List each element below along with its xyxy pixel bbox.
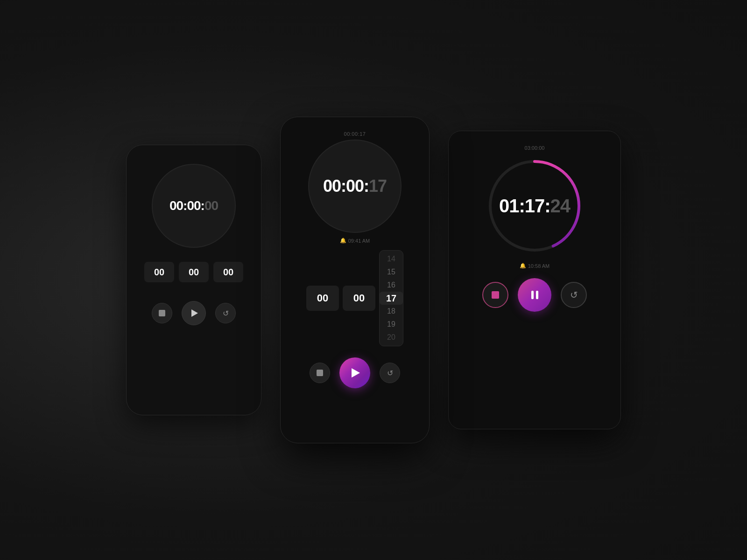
time-dim: 00	[204, 198, 218, 213]
time-dim-tablet: 24	[550, 196, 571, 216]
time-main-md: 00:00:	[323, 176, 369, 196]
time-label-top: 00:00:17	[344, 131, 366, 137]
hours-input-small[interactable]: 00	[144, 262, 174, 282]
reset-button-tablet[interactable]: ↺	[561, 282, 587, 308]
timer-time-tablet: 01:17:24	[499, 196, 570, 217]
reset-icon-tablet: ↺	[570, 289, 578, 301]
seconds-picker[interactable]: 14 15 16 17 18 19 20	[379, 250, 403, 346]
controls-tablet: ↺	[482, 278, 587, 312]
alarm-time-medium: 09:41 AM	[348, 238, 370, 244]
play-button-medium[interactable]	[339, 357, 370, 388]
number-inputs-small: 00 00 00	[144, 262, 243, 282]
picker-item-14[interactable]: 14	[380, 252, 403, 266]
seconds-input-small[interactable]: 00	[213, 262, 243, 282]
clock-time-medium: 00:00:17	[323, 176, 387, 196]
stop-button-tablet[interactable]	[482, 282, 508, 308]
stop-button-small[interactable]	[152, 303, 172, 323]
scene: 00:00:00 00 00 00 ↺ 00:00:17 00:00:17	[0, 0, 747, 560]
picker-item-19[interactable]: 19	[380, 318, 403, 331]
play-icon-medium	[352, 368, 360, 378]
pause-button-tablet[interactable]	[518, 278, 551, 312]
minutes-input-medium[interactable]: 00	[343, 286, 375, 311]
timer-circle-container: 01:17:24	[483, 154, 586, 257]
phone-medium: 00:00:17 00:00:17 🔔 09:41 AM 00 00 14 15…	[280, 117, 430, 443]
picker-item-17-selected[interactable]: 17	[380, 292, 403, 305]
reset-icon-medium: ↺	[387, 369, 393, 378]
phone-small: 00:00:00 00 00 00 ↺	[126, 145, 261, 415]
time-dim-md: 17	[369, 176, 387, 196]
picker-item-15[interactable]: 15	[380, 266, 403, 279]
total-time-label: 03:00:00	[525, 145, 545, 151]
pause-icon-tablet	[531, 291, 538, 299]
picker-item-18[interactable]: 18	[380, 305, 403, 318]
clock-circle-small: 00:00:00	[152, 164, 236, 248]
alarm-time-tablet: 10:58 AM	[528, 263, 550, 269]
number-inputs-medium: 00 00 14 15 16 17 18 19 20	[306, 250, 403, 346]
timer-inner: 01:17:24	[483, 154, 586, 257]
stop-icon-small	[159, 310, 165, 316]
play-icon-small	[191, 309, 198, 317]
controls-medium: ↺	[310, 357, 400, 388]
bell-icon-tablet: 🔔	[520, 263, 526, 269]
tablet: 03:00:00 01:17:24	[448, 131, 621, 429]
reset-button-small[interactable]: ↺	[215, 303, 236, 323]
picker-item-20[interactable]: 20	[380, 331, 403, 344]
time-main: 00:00:	[169, 198, 204, 213]
picker-item-16[interactable]: 16	[380, 279, 403, 292]
stop-icon-tablet	[492, 291, 499, 299]
controls-small: ↺	[152, 301, 236, 325]
reset-icon-small: ↺	[223, 309, 229, 318]
minutes-input-small[interactable]: 00	[179, 262, 209, 282]
reset-button-medium[interactable]: ↺	[380, 363, 400, 383]
bell-icon-medium: 🔔	[340, 238, 346, 244]
stop-icon-medium	[317, 370, 323, 376]
time-main-tablet: 01:17:	[499, 196, 550, 216]
stop-button-medium[interactable]	[310, 363, 330, 383]
alarm-label-tablet: 🔔 10:58 AM	[520, 263, 550, 269]
hours-input-medium[interactable]: 00	[306, 286, 339, 311]
clock-circle-medium: 00:00:17	[308, 140, 402, 233]
alarm-row-medium: 🔔 09:41 AM	[340, 238, 370, 244]
play-button-small[interactable]	[182, 301, 206, 325]
clock-time-small: 00:00:00	[169, 198, 218, 213]
